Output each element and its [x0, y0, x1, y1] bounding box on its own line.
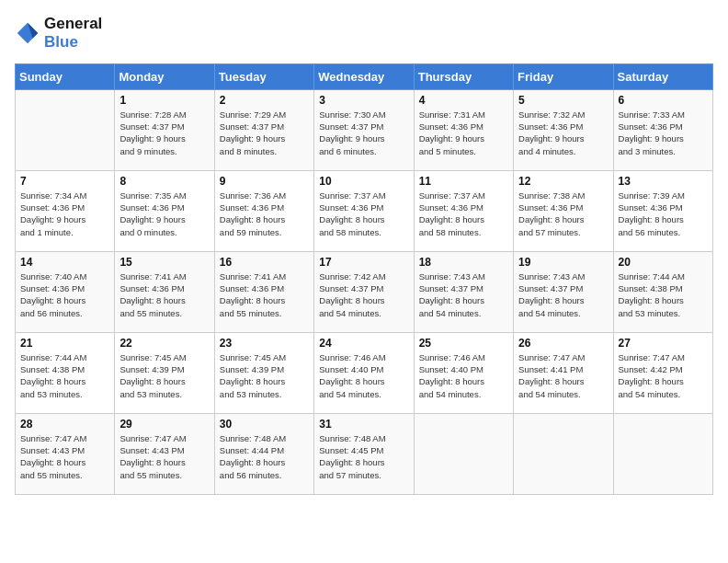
calendar-cell: 10Sunrise: 7:37 AM Sunset: 4:36 PM Dayli… — [314, 170, 414, 251]
day-info: Sunrise: 7:47 AM Sunset: 4:41 PM Dayligh… — [518, 351, 608, 400]
day-number: 24 — [319, 337, 408, 350]
day-info: Sunrise: 7:37 AM Sunset: 4:36 PM Dayligh… — [319, 190, 408, 238]
calendar-cell: 13Sunrise: 7:39 AM Sunset: 4:36 PM Dayli… — [613, 170, 712, 251]
day-number: 2 — [220, 94, 309, 107]
calendar-body: 1Sunrise: 7:28 AM Sunset: 4:37 PM Daylig… — [16, 89, 713, 494]
day-number: 27 — [619, 337, 708, 350]
day-number: 21 — [20, 337, 109, 350]
calendar-cell: 23Sunrise: 7:45 AM Sunset: 4:39 PM Dayli… — [214, 332, 313, 413]
day-number: 8 — [119, 175, 209, 188]
day-info: Sunrise: 7:47 AM Sunset: 4:43 PM Dayligh… — [119, 432, 209, 481]
day-info: Sunrise: 7:46 AM Sunset: 4:40 PM Dayligh… — [319, 351, 408, 400]
calendar-table: SundayMondayTuesdayWednesdayThursdayFrid… — [15, 63, 713, 495]
calendar-cell: 4Sunrise: 7:31 AM Sunset: 4:36 PM Daylig… — [414, 89, 513, 170]
day-info: Sunrise: 7:47 AM Sunset: 4:43 PM Dayligh… — [20, 432, 109, 481]
calendar-cell — [16, 89, 115, 170]
logo-text: General — [44, 15, 102, 33]
day-info: Sunrise: 7:37 AM Sunset: 4:36 PM Dayligh… — [419, 190, 508, 238]
weekday-header: Thursday — [414, 63, 513, 89]
day-number: 16 — [220, 256, 309, 269]
day-info: Sunrise: 7:48 AM Sunset: 4:45 PM Dayligh… — [319, 432, 408, 481]
weekday-header: Friday — [514, 63, 613, 89]
calendar-cell: 30Sunrise: 7:48 AM Sunset: 4:44 PM Dayli… — [214, 413, 313, 494]
day-number: 28 — [20, 418, 109, 431]
day-info: Sunrise: 7:34 AM Sunset: 4:36 PM Dayligh… — [20, 190, 109, 238]
day-number: 9 — [220, 175, 309, 188]
day-number: 4 — [419, 94, 508, 107]
calendar-cell: 14Sunrise: 7:40 AM Sunset: 4:36 PM Dayli… — [16, 251, 115, 332]
day-info: Sunrise: 7:42 AM Sunset: 4:37 PM Dayligh… — [319, 270, 408, 319]
day-number: 19 — [518, 256, 608, 269]
calendar-cell: 28Sunrise: 7:47 AM Sunset: 4:43 PM Dayli… — [16, 413, 115, 494]
weekday-header: Tuesday — [214, 63, 313, 89]
day-number: 26 — [518, 337, 608, 350]
day-info: Sunrise: 7:30 AM Sunset: 4:37 PM Dayligh… — [319, 109, 408, 157]
day-number: 17 — [319, 256, 408, 269]
day-info: Sunrise: 7:28 AM Sunset: 4:37 PM Dayligh… — [119, 109, 209, 157]
day-info: Sunrise: 7:40 AM Sunset: 4:36 PM Dayligh… — [20, 270, 109, 319]
calendar-cell: 11Sunrise: 7:37 AM Sunset: 4:36 PM Dayli… — [414, 170, 513, 251]
logo: General Blue — [15, 15, 102, 52]
day-number: 5 — [518, 94, 608, 107]
calendar-cell: 9Sunrise: 7:36 AM Sunset: 4:36 PM Daylig… — [214, 170, 313, 251]
day-number: 10 — [319, 175, 408, 188]
calendar-cell: 8Sunrise: 7:35 AM Sunset: 4:36 PM Daylig… — [115, 170, 214, 251]
calendar-cell: 22Sunrise: 7:45 AM Sunset: 4:39 PM Dayli… — [115, 332, 214, 413]
day-number: 23 — [220, 337, 309, 350]
calendar-cell: 29Sunrise: 7:47 AM Sunset: 4:43 PM Dayli… — [115, 413, 214, 494]
day-info: Sunrise: 7:43 AM Sunset: 4:37 PM Dayligh… — [419, 270, 508, 319]
calendar-cell — [414, 413, 513, 494]
calendar-header: SundayMondayTuesdayWednesdayThursdayFrid… — [16, 63, 713, 89]
day-info: Sunrise: 7:43 AM Sunset: 4:37 PM Dayligh… — [518, 270, 608, 319]
calendar-cell: 1Sunrise: 7:28 AM Sunset: 4:37 PM Daylig… — [115, 89, 214, 170]
day-info: Sunrise: 7:31 AM Sunset: 4:36 PM Dayligh… — [419, 109, 508, 157]
day-info: Sunrise: 7:46 AM Sunset: 4:40 PM Dayligh… — [419, 351, 508, 400]
logo-subtext: Blue — [44, 33, 102, 52]
day-info: Sunrise: 7:41 AM Sunset: 4:36 PM Dayligh… — [220, 270, 309, 319]
day-number: 1 — [119, 94, 209, 107]
logo-icon — [15, 20, 40, 46]
day-info: Sunrise: 7:32 AM Sunset: 4:36 PM Dayligh… — [518, 109, 608, 157]
day-info: Sunrise: 7:38 AM Sunset: 4:36 PM Dayligh… — [518, 190, 608, 238]
weekday-header: Sunday — [16, 63, 115, 89]
calendar-cell: 21Sunrise: 7:44 AM Sunset: 4:38 PM Dayli… — [16, 332, 115, 413]
day-info: Sunrise: 7:44 AM Sunset: 4:38 PM Dayligh… — [20, 351, 109, 400]
day-number: 6 — [619, 94, 708, 107]
page-header: General Blue — [15, 15, 713, 52]
calendar-cell: 7Sunrise: 7:34 AM Sunset: 4:36 PM Daylig… — [16, 170, 115, 251]
day-number: 13 — [619, 175, 708, 188]
calendar-cell: 16Sunrise: 7:41 AM Sunset: 4:36 PM Dayli… — [214, 251, 313, 332]
day-info: Sunrise: 7:48 AM Sunset: 4:44 PM Dayligh… — [220, 432, 309, 481]
day-number: 20 — [619, 256, 708, 269]
calendar-week-row: 21Sunrise: 7:44 AM Sunset: 4:38 PM Dayli… — [16, 332, 713, 413]
calendar-cell: 15Sunrise: 7:41 AM Sunset: 4:36 PM Dayli… — [115, 251, 214, 332]
calendar-cell: 2Sunrise: 7:29 AM Sunset: 4:37 PM Daylig… — [214, 89, 313, 170]
day-number: 29 — [119, 418, 209, 431]
calendar-cell: 3Sunrise: 7:30 AM Sunset: 4:37 PM Daylig… — [314, 89, 414, 170]
calendar-cell — [514, 413, 613, 494]
day-info: Sunrise: 7:35 AM Sunset: 4:36 PM Dayligh… — [119, 190, 209, 238]
day-number: 3 — [319, 94, 408, 107]
calendar-cell: 20Sunrise: 7:44 AM Sunset: 4:38 PM Dayli… — [613, 251, 712, 332]
day-info: Sunrise: 7:44 AM Sunset: 4:38 PM Dayligh… — [619, 270, 708, 319]
calendar-cell: 25Sunrise: 7:46 AM Sunset: 4:40 PM Dayli… — [414, 332, 513, 413]
calendar-week-row: 1Sunrise: 7:28 AM Sunset: 4:37 PM Daylig… — [16, 89, 713, 170]
day-number: 7 — [20, 175, 109, 188]
day-info: Sunrise: 7:45 AM Sunset: 4:39 PM Dayligh… — [119, 351, 209, 400]
calendar-cell: 6Sunrise: 7:33 AM Sunset: 4:36 PM Daylig… — [613, 89, 712, 170]
day-number: 15 — [119, 256, 209, 269]
weekday-row: SundayMondayTuesdayWednesdayThursdayFrid… — [16, 63, 713, 89]
weekday-header: Wednesday — [314, 63, 414, 89]
calendar-week-row: 7Sunrise: 7:34 AM Sunset: 4:36 PM Daylig… — [16, 170, 713, 251]
day-number: 14 — [20, 256, 109, 269]
day-number: 12 — [518, 175, 608, 188]
day-number: 25 — [419, 337, 508, 350]
calendar-cell: 24Sunrise: 7:46 AM Sunset: 4:40 PM Dayli… — [314, 332, 414, 413]
day-number: 11 — [419, 175, 508, 188]
day-info: Sunrise: 7:41 AM Sunset: 4:36 PM Dayligh… — [119, 270, 209, 319]
calendar-cell — [613, 413, 712, 494]
calendar-cell: 18Sunrise: 7:43 AM Sunset: 4:37 PM Dayli… — [414, 251, 513, 332]
calendar-cell: 17Sunrise: 7:42 AM Sunset: 4:37 PM Dayli… — [314, 251, 414, 332]
day-number: 22 — [119, 337, 209, 350]
weekday-header: Monday — [115, 63, 214, 89]
